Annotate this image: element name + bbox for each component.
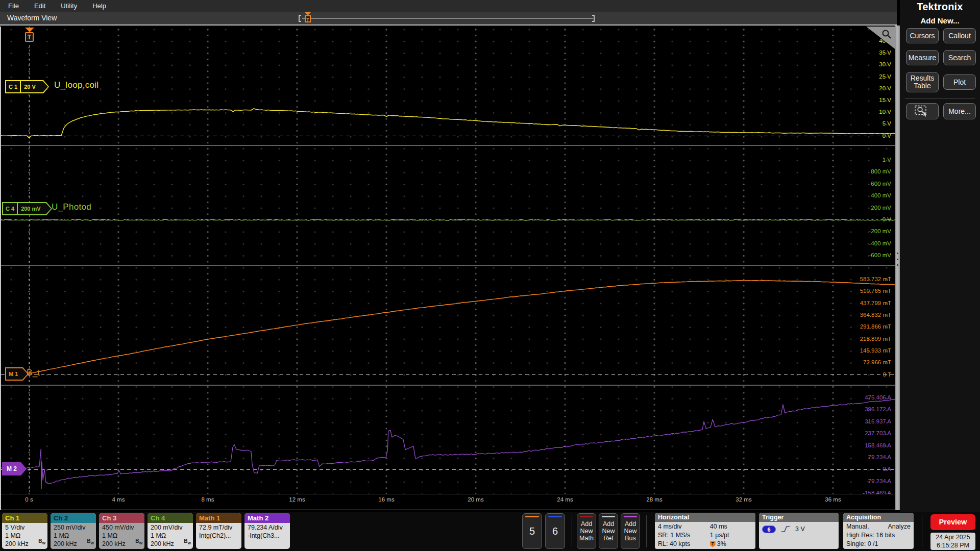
channel-badge-title: Ch 2 — [51, 513, 96, 523]
acquisition-single: Single: 0 /1 — [846, 540, 911, 548]
sidebar-button-measure[interactable]: Measure — [906, 50, 939, 65]
y-label-10-v: 10 V — [830, 109, 891, 115]
sidebar-button-callout[interactable]: Callout — [943, 28, 976, 43]
channel-handle-c-1[interactable]: C 120 V — [5, 80, 49, 93]
x-tick-16-ms: 16 ms — [369, 496, 404, 503]
sidebar-button-search[interactable]: Search — [943, 50, 976, 65]
menu-help[interactable]: Help — [85, 2, 114, 10]
pan-bracket-right-icon — [592, 15, 595, 22]
channel-badge-body: 250 mV/div1 MΩ200 kHzBW — [51, 523, 96, 549]
button-stripe — [548, 516, 562, 517]
horizontal-row: 4 ms/div40 ms — [658, 522, 752, 531]
panel-splitter[interactable] — [895, 26, 900, 510]
right-sidebar: Tektronix Add New... CursorsCalloutMeasu… — [900, 0, 980, 512]
zoom-select-icon — [915, 105, 930, 117]
channel-badge-math-2[interactable]: Math 279.234 A/div-Intg(Ch3... — [244, 513, 290, 549]
x-tick-4-ms: 4 ms — [101, 496, 136, 503]
channel-handle-m-1[interactable]: M 1 — [5, 367, 29, 381]
y-label-0-t: 0 T — [830, 371, 891, 378]
y-label-25-v: 25 V — [830, 73, 891, 80]
add-new-ref-button[interactable]: AddNewRef — [599, 513, 618, 549]
horizontal-position-track[interactable] — [302, 18, 593, 19]
waveform-display[interactable]: 40 V35 V30 V25 V20 V15 V10 V5 V0 V1 V800… — [0, 27, 895, 510]
channel-badge-ch-1[interactable]: Ch 15 V/div1 MΩ200 kHzBW — [2, 513, 47, 549]
y-label-510-765-mt: 510.765 mT — [830, 288, 891, 294]
channel-name-u-loop-coil: U_loop,coil — [54, 80, 99, 90]
trigger-position-arrow-icon[interactable] — [304, 12, 311, 15]
add-new-math-button[interactable]: AddNewMath — [577, 513, 596, 549]
channel-badge-title: Ch 3 — [99, 513, 144, 523]
zoom-select-button[interactable] — [906, 103, 939, 119]
sidebar-button-cursors[interactable]: Cursors — [906, 28, 939, 43]
channel-badge-body: 200 mV/div1 MΩ200 kHzBW — [148, 523, 193, 549]
trigger-marker-arrow-icon[interactable] — [25, 28, 34, 32]
channel-badge-line: 200 mV/div — [151, 523, 190, 532]
horizontal-value: 4 ms/div — [658, 522, 710, 531]
channel-handle-m-2[interactable]: M 2 — [2, 462, 27, 475]
y-label-145-933-mt: 145.933 mT — [830, 347, 891, 354]
acquisition-resolution: High Res: 16 bits — [846, 531, 911, 540]
trigger-marker-flag-icon[interactable]: T — [25, 32, 34, 42]
horizontal-value: T3% — [710, 540, 752, 548]
menu-utility[interactable]: Utility — [53, 2, 85, 10]
channel-badge-ch-3[interactable]: Ch 3450 mV/div1 MΩ200 kHzBW — [99, 513, 144, 549]
y-label-600-mv: 600 mV — [830, 181, 891, 187]
channel-badge-ch-2[interactable]: Ch 2250 mV/div1 MΩ200 kHzBW — [51, 513, 96, 549]
channel-badge-body: 5 V/div1 MΩ200 kHzBW — [2, 523, 47, 549]
bandwidth-limit-icon: BW — [184, 537, 191, 547]
channel-badge-line: 450 mV/div — [102, 523, 141, 532]
horizontal-row: RL: 40 kptsT3% — [658, 540, 752, 548]
y-label-475-406-a: 475.406 A — [830, 394, 891, 400]
y-label-158-469-a: 158.469 A — [830, 442, 891, 448]
magnifier-icon — [880, 29, 893, 41]
trigger-source-badge: 6 — [762, 525, 776, 533]
more-button[interactable]: More... — [943, 103, 976, 119]
y-label-400-mv: -400 mV — [830, 240, 891, 246]
trigger-position-icon: T — [710, 541, 716, 547]
y-label-30-v: 30 V — [830, 61, 891, 67]
y-label-200-mv: 200 mV — [830, 205, 891, 211]
rising-edge-icon — [780, 525, 791, 533]
x-tick-0-s: 0 s — [11, 496, 47, 503]
channel-handle-label: C 4 — [3, 206, 17, 212]
y-label-583-732-mt: 583.732 mT — [830, 276, 891, 282]
channel-badge-line: 250 mV/div — [54, 523, 93, 532]
y-label-0-v: 0 V — [830, 216, 891, 222]
y-label-800-mv: 800 mV — [830, 168, 891, 174]
tektronix-logo: Tektronix — [900, 0, 980, 13]
horizontal-value: SR: 1 MS/s — [658, 531, 710, 540]
channel-name-b-t: B_t — [27, 368, 40, 378]
sidebar-button-plot[interactable]: Plot — [943, 74, 976, 90]
add-new-bus-button[interactable]: AddNewBus — [621, 513, 640, 549]
channel-handle-inner: C 120 V — [6, 81, 48, 92]
y-label-79-234-a: -79.234 A — [830, 478, 891, 484]
y-label-35-v: 35 V — [830, 49, 891, 56]
trigger-level: 3 V — [795, 525, 805, 533]
waveform-traces — [1, 27, 895, 510]
channel-button-5[interactable]: 5 — [522, 513, 542, 549]
horizontal-panel[interactable]: Horizontal 4 ms/div40 msSR: 1 MS/s1 µs/p… — [655, 513, 755, 549]
channel-badge-ch-4[interactable]: Ch 4200 mV/div1 MΩ200 kHzBW — [148, 513, 193, 549]
time-label: 6:15:28 PM — [930, 541, 975, 549]
channel-badge-body: 72.9 mT/divIntg(Ch2)... — [196, 523, 241, 549]
tab-waveform-view[interactable]: Waveform View — [7, 14, 57, 22]
sidebar-button-results-table[interactable]: Results Table — [906, 72, 939, 92]
date-label: 24 Apr 2025 — [930, 533, 975, 541]
y-label-5-v: 5 V — [830, 120, 891, 127]
channel-handle-c-4[interactable]: C 4200 mV — [2, 202, 52, 215]
preview-button[interactable]: Preview — [930, 514, 975, 530]
trace-m2 — [1, 399, 895, 489]
menu-file[interactable]: File — [0, 2, 27, 10]
acquisition-panel-title: Acquisition — [843, 513, 914, 522]
y-label-237-703-a: 237.703 A — [830, 430, 891, 436]
horizontal-panel-body: 4 ms/div40 msSR: 1 MS/s1 µs/ptRL: 40 kpt… — [655, 522, 755, 549]
channel-button-6[interactable]: 6 — [545, 513, 565, 549]
horizontal-value: 40 ms — [710, 522, 752, 531]
channel-badge-math-1[interactable]: Math 172.9 mT/divIntg(Ch2)... — [196, 513, 241, 549]
trigger-panel[interactable]: Trigger 6 3 V — [759, 513, 839, 549]
button-stripe — [624, 516, 637, 517]
menu-edit[interactable]: Edit — [27, 2, 53, 10]
trigger-position-flag-icon[interactable]: T — [305, 15, 311, 22]
splitter-handle-icon[interactable] — [897, 253, 898, 266]
acquisition-panel[interactable]: Acquisition Manual, Analyze High Res: 16… — [843, 513, 914, 549]
